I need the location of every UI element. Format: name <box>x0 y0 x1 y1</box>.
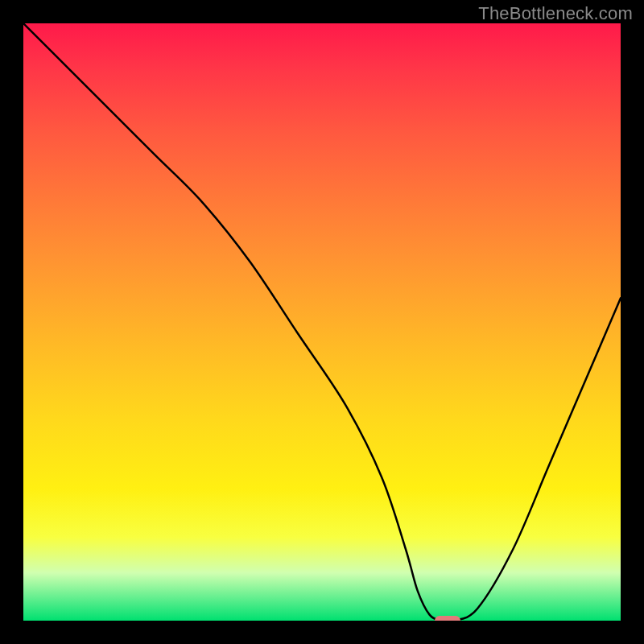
plot-area <box>23 23 621 621</box>
chart-frame: TheBottleneck.com <box>0 0 644 644</box>
bottleneck-curve <box>23 23 621 621</box>
watermark-text: TheBottleneck.com <box>478 3 633 24</box>
optimum-marker <box>435 616 460 621</box>
